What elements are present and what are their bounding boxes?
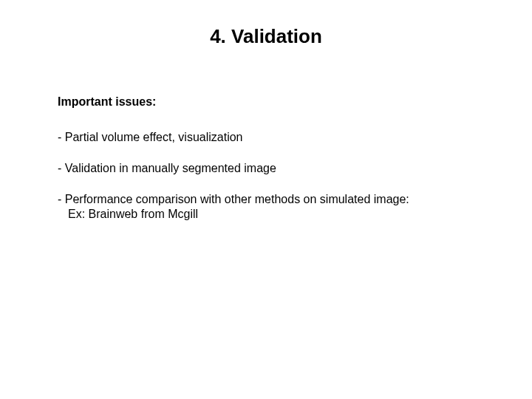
list-item: - Performance comparison with other meth… <box>58 192 486 222</box>
list-item-text: - Partial volume effect, visualization <box>58 130 486 145</box>
slide-body: Important issues: - Partial volume effec… <box>58 95 486 238</box>
slide-title: 4. Validation <box>0 25 532 48</box>
list-item-text: - Validation in manually segmented image <box>58 161 486 176</box>
list-item-subtext: Ex: Brainweb from Mcgill <box>58 207 486 222</box>
list-item: - Validation in manually segmented image <box>58 161 486 176</box>
list-item-text: - Performance comparison with other meth… <box>58 192 486 207</box>
subhead: Important issues: <box>58 95 486 109</box>
slide: 4. Validation Important issues: - Partia… <box>0 0 532 399</box>
list-item: - Partial volume effect, visualization <box>58 130 486 145</box>
